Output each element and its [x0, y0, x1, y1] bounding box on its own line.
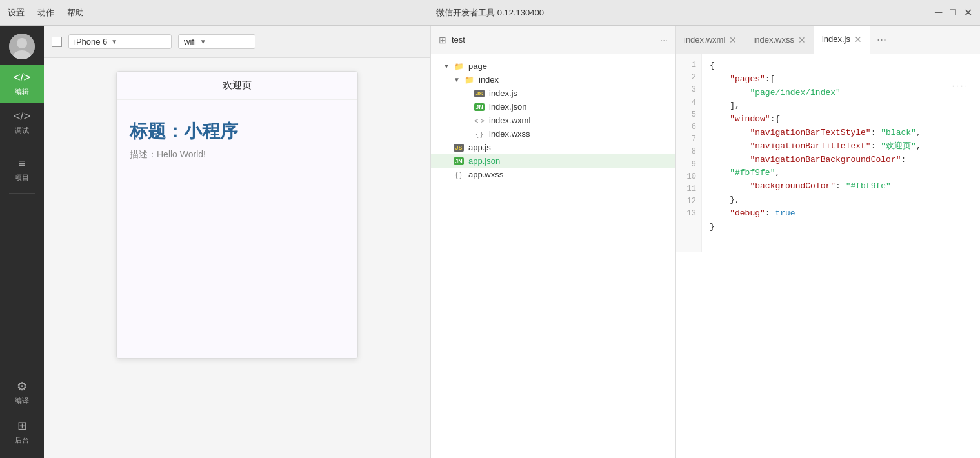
- simulator-checkbox[interactable]: [52, 37, 62, 47]
- folder-page-label: page: [468, 61, 487, 71]
- sidebar: </> 编辑 </> 调试 ≡ 项目 ⚙ 编译 ⊞ 后台: [0, 26, 44, 458]
- ln-8: 8: [676, 146, 701, 158]
- tree-file-app-json[interactable]: JN app.json: [431, 154, 675, 168]
- device-chevron-icon: ▼: [111, 38, 117, 45]
- code-line-11: "debug": true: [710, 207, 980, 221]
- network-name: wifi: [184, 37, 196, 46]
- phone-frame: 欢迎页 · · · · 标题：小程序 描述：Hello World!: [116, 71, 358, 359]
- sidebar-item-debug-label: 调试: [15, 126, 29, 135]
- sidebar-item-project-label: 项目: [15, 173, 29, 183]
- code-line-9: "backgroundColor": "#fbf9fe": [710, 180, 980, 194]
- phone-page-title: 标题：小程序: [130, 119, 345, 144]
- titlebar: 设置 动作 帮助 微信开发者工具 0.12.130400 ─ □ ✕: [0, 0, 980, 26]
- wxml-icon: < >: [472, 117, 486, 124]
- tree-folder-index[interactable]: ▼ 📁 index: [431, 73, 675, 86]
- close-button[interactable]: ✕: [964, 6, 972, 19]
- app-title: 微信开发者工具 0.12.130400: [436, 7, 544, 19]
- tab-index-wxml-close[interactable]: ✕: [729, 35, 737, 45]
- tree-file-index-js[interactable]: JS index.js: [431, 86, 675, 100]
- tab-index-wxml-label: index.wxml: [684, 35, 725, 45]
- menu-help[interactable]: 帮助: [67, 7, 84, 19]
- folder-index-arrow-icon: ▼: [452, 76, 462, 83]
- sidebar-item-compile[interactable]: ⚙ 编译: [0, 373, 44, 412]
- ln-13: 13: [676, 208, 701, 220]
- tree-file-app-wxss[interactable]: { } app.wxss: [431, 168, 675, 181]
- device-name: iPhone 6: [74, 37, 107, 46]
- ln-12: 12: [676, 195, 701, 208]
- editor-panel: index.wxml ✕ index.wxss ✕ index.js ✕ ···…: [676, 26, 980, 458]
- filetree-actions: ···: [660, 35, 668, 45]
- code-line-8: "navigationBarBackgroundColor":: [710, 154, 980, 167]
- sidebar-item-edit[interactable]: </> 编辑: [0, 65, 44, 103]
- file-index-js-label: index.js: [489, 88, 517, 98]
- ln-2: 2: [676, 72, 701, 84]
- filetree-more-icon[interactable]: ···: [660, 35, 668, 45]
- tree-file-index-wxml[interactable]: < > index.wxml: [431, 114, 675, 127]
- ln-6: 6: [676, 121, 701, 134]
- tab-index-wxss-label: index.wxss: [753, 35, 794, 45]
- titlebar-menu: 设置 动作 帮助: [8, 7, 84, 19]
- folder-icon: 📁: [452, 62, 466, 71]
- line-numbers: 1 2 3 4 5 6 7 8 9 10 11 12 13: [676, 54, 702, 252]
- editor-content[interactable]: 1 2 3 4 5 6 7 8 9 10 11 12 13 {: [676, 54, 980, 458]
- code-line-1: {: [710, 59, 980, 73]
- code-line-13: [710, 234, 980, 247]
- menu-actions[interactable]: 动作: [37, 7, 54, 19]
- js-icon: JS: [472, 90, 486, 97]
- tab-more-button[interactable]: ···: [870, 26, 893, 54]
- sidebar-item-debug[interactable]: </> 调试: [0, 103, 44, 142]
- ln-11: 11: [676, 183, 701, 195]
- project-icon: ≡: [19, 157, 26, 170]
- tab-index-js-label: index.js: [822, 34, 850, 44]
- code-text[interactable]: { "pages":[ "page/index/index" ], "windo…: [702, 54, 980, 252]
- tab-index-js[interactable]: index.js ✕: [814, 26, 870, 54]
- ln-1: 1: [676, 59, 701, 72]
- app-js-icon: JS: [452, 144, 466, 152]
- phone-content: 标题：小程序 描述：Hello World!: [117, 100, 357, 358]
- json-icon: JN: [472, 103, 486, 111]
- tree-file-app-js[interactable]: JS app.js: [431, 141, 675, 154]
- edit-icon: </>: [14, 71, 30, 85]
- sidebar-bottom: ⚙ 编译 ⊞ 后台: [0, 373, 44, 458]
- tree-file-index-json[interactable]: JN index.json: [431, 100, 675, 114]
- file-index-wxml-label: index.wxml: [489, 115, 530, 125]
- sidebar-item-backend[interactable]: ⊞ 后台: [0, 412, 44, 452]
- code-line-7: "navigationBarTitleText": "欢迎页",: [710, 140, 980, 154]
- tab-index-wxml[interactable]: index.wxml ✕: [676, 26, 745, 54]
- tab-index-wxss[interactable]: index.wxss ✕: [745, 26, 814, 54]
- filetree-title: test: [452, 35, 655, 45]
- code-line-2: "pages":[: [710, 73, 980, 86]
- sidebar-item-project[interactable]: ≡ 项目: [0, 150, 44, 189]
- tab-index-js-close[interactable]: ✕: [854, 35, 862, 44]
- filetree-panel: ⊞ test ··· ▼ 📁 page ▼ 📁 index JS: [431, 26, 676, 458]
- code-line-5: "window":{: [710, 113, 980, 126]
- simulator-toolbar: iPhone 6 ▼ wifi ▼: [44, 26, 430, 58]
- device-selector[interactable]: iPhone 6 ▼: [68, 34, 172, 49]
- filetree-toolbar: ⊞ test ···: [431, 26, 675, 54]
- ln-4: 4: [676, 97, 701, 109]
- tree-folder-page[interactable]: ▼ 📁 page: [431, 59, 675, 73]
- compile-icon: ⚙: [17, 379, 27, 393]
- file-app-json-label: app.json: [468, 156, 500, 166]
- tree-file-index-wxss[interactable]: { } index.wxss: [431, 127, 675, 141]
- file-index-json-label: index.json: [489, 102, 527, 112]
- avatar[interactable]: [9, 34, 35, 59]
- file-index-wxss-label: index.wxss: [489, 129, 530, 139]
- folder-index-label: index: [479, 75, 499, 85]
- code-line-6: "navigationBarTextStyle": "black",: [710, 126, 980, 140]
- maximize-button[interactable]: □: [950, 6, 956, 19]
- menu-settings[interactable]: 设置: [8, 7, 25, 19]
- sidebar-item-edit-label: 编辑: [15, 87, 29, 97]
- code-line-3: "page/index/index": [710, 86, 980, 100]
- simulator-panel: iPhone 6 ▼ wifi ▼ 欢迎页 · · · · 标题：小程序 描述：…: [44, 26, 431, 458]
- ln-10: 10: [676, 171, 701, 183]
- code-line-12: }: [710, 221, 980, 234]
- network-selector[interactable]: wifi ▼: [178, 34, 255, 49]
- code-line-8b: "#fbf9fe",: [710, 166, 980, 180]
- phone-statusbar: 欢迎页 · · · ·: [117, 72, 357, 100]
- sidebar-item-backend-label: 后台: [15, 435, 29, 445]
- minimize-button[interactable]: ─: [935, 6, 942, 19]
- tab-index-wxss-close[interactable]: ✕: [798, 35, 806, 45]
- filetree-icon: ⊞: [439, 35, 446, 45]
- sidebar-divider-2: [9, 193, 35, 194]
